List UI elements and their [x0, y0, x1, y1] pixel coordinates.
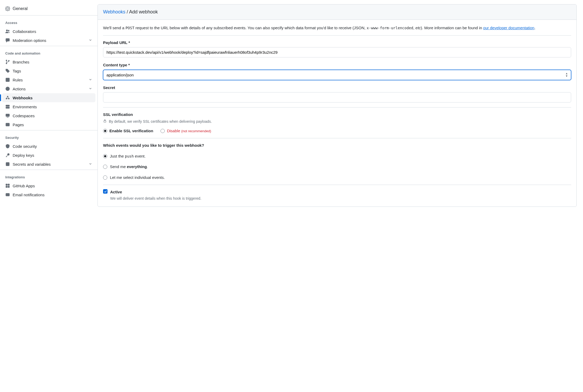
- sidebar-item-label: Tags: [13, 69, 92, 73]
- sidebar-item-actions[interactable]: Actions: [2, 84, 95, 93]
- sidebar-item-label: Collaborators: [13, 29, 92, 34]
- chevron-down-icon: [89, 87, 92, 91]
- lock-icon: [103, 119, 107, 124]
- svg-point-3: [6, 63, 7, 64]
- svg-point-4: [8, 60, 9, 61]
- active-description: We will deliver event details when this …: [110, 196, 201, 201]
- sidebar-item-label: Rules: [13, 78, 89, 82]
- sidebar-item-secrets[interactable]: Secrets and variables: [2, 160, 95, 169]
- ssl-note: By default, we verify SSL certificates w…: [109, 119, 212, 124]
- svg-point-2: [6, 60, 7, 61]
- webhook-icon: [5, 95, 10, 100]
- sidebar-item-webhooks[interactable]: Webhooks: [2, 93, 95, 102]
- sidebar-item-label: Code security: [13, 144, 92, 149]
- svg-rect-22: [6, 186, 7, 188]
- sidebar-section-security: Security: [2, 131, 95, 142]
- sidebar-item-pages[interactable]: Pages: [2, 120, 95, 129]
- content-type-select[interactable]: application/json: [103, 70, 571, 80]
- payload-url-input[interactable]: [103, 47, 571, 57]
- sidebar-item-label: Actions: [13, 87, 89, 91]
- svg-rect-21: [8, 184, 9, 185]
- browser-icon: [5, 122, 10, 127]
- events-option-individual[interactable]: Let me select individual events.: [103, 175, 571, 181]
- svg-rect-23: [8, 186, 9, 188]
- svg-rect-20: [6, 184, 7, 185]
- sidebar-item-label: Environments: [13, 105, 92, 109]
- sidebar-item-label: Email notifications: [13, 193, 92, 197]
- settings-sidebar: General Access Collaborators Moderation …: [0, 0, 98, 211]
- apps-icon: [5, 183, 10, 188]
- sidebar-item-email-notifications[interactable]: Email notifications: [2, 190, 95, 199]
- svg-point-17: [7, 146, 8, 146]
- mail-icon: [5, 192, 10, 197]
- svg-point-9: [8, 98, 9, 99]
- secret-label: Secret: [103, 85, 571, 91]
- secret-input[interactable]: [103, 92, 571, 102]
- divider: [103, 138, 571, 138]
- sidebar-item-label: Moderation options: [13, 38, 89, 43]
- codespaces-icon: [5, 113, 10, 118]
- docs-link[interactable]: our developer documentation: [483, 26, 534, 30]
- breadcrumb: Webhooks / Add webhook: [98, 4, 576, 20]
- divider: [103, 35, 571, 36]
- sidebar-item-label: Secrets and variables: [13, 162, 89, 166]
- sidebar-item-label: Branches: [13, 60, 92, 64]
- svg-point-14: [6, 107, 7, 108]
- ssl-enable-label: Enable SSL verification: [109, 128, 153, 134]
- svg-point-10: [7, 96, 8, 97]
- ssl-enable-option[interactable]: Enable SSL verification: [103, 128, 153, 134]
- sidebar-item-github-apps[interactable]: GitHub Apps: [2, 181, 95, 190]
- sidebar-item-label: Webhooks: [13, 96, 92, 100]
- secret-icon: [5, 162, 10, 166]
- svg-rect-15: [6, 114, 9, 116]
- sidebar-item-tags[interactable]: Tags: [2, 66, 95, 75]
- ssl-disable-label: Disable: [167, 129, 180, 133]
- sidebar-item-moderation[interactable]: Moderation options: [2, 36, 95, 45]
- people-icon: [5, 29, 10, 34]
- sidebar-item-label: Codespaces: [13, 114, 92, 118]
- svg-point-1: [8, 30, 9, 31]
- ssl-disable-option[interactable]: Disable (not recommended): [161, 128, 211, 134]
- sidebar-item-label: Deploy keys: [13, 153, 92, 158]
- breadcrumb-parent-link[interactable]: Webhooks: [103, 9, 125, 14]
- payload-url-label: Payload URL *: [103, 40, 571, 46]
- svg-point-8: [6, 98, 7, 99]
- comment-icon: [5, 38, 10, 43]
- sidebar-item-general[interactable]: General: [2, 3, 95, 14]
- sidebar-item-label: GitHub Apps: [13, 184, 92, 188]
- ssl-verification-heading: SSL verification: [103, 112, 571, 118]
- breadcrumb-separator: /: [125, 9, 129, 14]
- svg-point-13: [6, 106, 7, 106]
- sidebar-item-label: Pages: [13, 122, 92, 127]
- sidebar-section-code-automation: Code and automation: [2, 47, 95, 57]
- sidebar-item-environments[interactable]: Environments: [2, 102, 95, 111]
- events-option-everything[interactable]: Send me everything.: [103, 164, 571, 170]
- sidebar-item-codespaces[interactable]: Codespaces: [2, 111, 95, 120]
- content-type-label: Content type *: [103, 62, 571, 68]
- radio-icon: [103, 175, 107, 180]
- sidebar-item-collaborators[interactable]: Collaborators: [2, 27, 95, 36]
- chevron-down-icon: [89, 38, 92, 43]
- svg-point-5: [7, 70, 7, 70]
- gear-icon: [5, 6, 10, 11]
- svg-point-0: [6, 30, 8, 31]
- events-option-push[interactable]: Just the push event.: [103, 153, 571, 159]
- breadcrumb-current: Add webhook: [129, 9, 158, 14]
- sidebar-item-branches[interactable]: Branches: [2, 57, 95, 66]
- sidebar-item-code-security[interactable]: Code security: [2, 142, 95, 151]
- events-question: Which events would you like to trigger t…: [103, 143, 571, 149]
- active-checkbox[interactable]: [103, 189, 108, 194]
- server-icon: [5, 104, 10, 109]
- divider: [103, 107, 571, 107]
- ssl-disable-note: (not recommended): [181, 129, 211, 133]
- svg-rect-25: [104, 121, 106, 122]
- intro-text: We'll send a POST request to the URL bel…: [103, 25, 571, 31]
- radio-icon: [103, 154, 107, 158]
- branch-icon: [5, 60, 10, 64]
- rules-icon: [5, 77, 10, 82]
- sidebar-item-rules[interactable]: Rules: [2, 75, 95, 84]
- tag-icon: [5, 68, 10, 73]
- key-icon: [5, 153, 10, 158]
- sidebar-item-deploy-keys[interactable]: Deploy keys: [2, 151, 95, 160]
- chevron-down-icon: [89, 78, 92, 82]
